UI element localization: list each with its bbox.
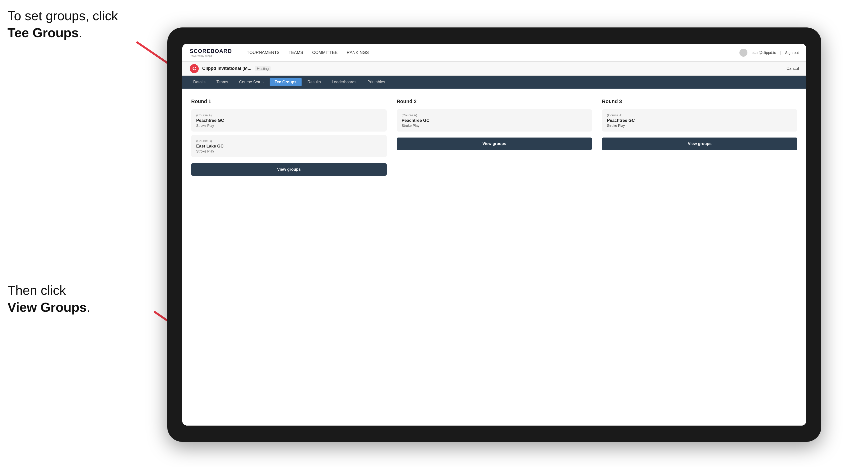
instruction-bottom-bold: View Groups	[7, 300, 87, 314]
round-3-view-groups-button[interactable]: View groups	[602, 137, 797, 150]
nav-rankings[interactable]: RANKINGS	[346, 49, 369, 56]
instruction-bottom-period: .	[87, 300, 90, 314]
round-2-course-a-label: (Course A)	[402, 113, 587, 117]
round-1-view-groups-button[interactable]: View groups	[191, 163, 387, 176]
logo-text: SCOREBOARD	[190, 48, 232, 54]
round-2-course-a: (Course A) Peachtree GC Stroke Play	[397, 109, 592, 131]
tab-printables[interactable]: Printables	[363, 78, 390, 86]
round-3-course-a: (Course A) Peachtree GC Stroke Play	[602, 109, 797, 131]
round-1-course-b-format: Stroke Play	[196, 149, 382, 153]
tab-details[interactable]: Details	[188, 78, 211, 86]
logo-area: SCOREBOARD Powered by clippit	[190, 48, 232, 57]
sub-header: C Clippd Invitational (M... Hosting Canc…	[182, 62, 806, 75]
round-3-course-a-format: Stroke Play	[607, 124, 793, 128]
tab-tee-groups[interactable]: Tee Groups	[270, 78, 302, 86]
instruction-bottom-line1: Then click	[7, 283, 66, 298]
rounds-container: Round 1 (Course A) Peachtree GC Stroke P…	[191, 99, 797, 176]
round-1-title: Round 1	[191, 99, 387, 104]
instruction-top-bold: Tee Groups	[7, 26, 79, 40]
round-1-course-a: (Course A) Peachtree GC Stroke Play	[191, 109, 387, 131]
tablet-screen: SCOREBOARD Powered by clippit TOURNAMENT…	[182, 44, 806, 426]
nav-teams[interactable]: TEAMS	[288, 49, 303, 56]
tab-leaderboards[interactable]: Leaderboards	[327, 78, 362, 86]
tablet: SCOREBOARD Powered by clippit TOURNAMENT…	[167, 27, 821, 442]
user-email: blair@clippd.io	[751, 51, 776, 55]
nav-tournaments[interactable]: TOURNAMENTS	[247, 49, 280, 56]
round-3-title: Round 3	[602, 99, 797, 104]
tab-course-setup[interactable]: Course Setup	[234, 78, 269, 86]
round-1-column: Round 1 (Course A) Peachtree GC Stroke P…	[191, 99, 387, 176]
logo-scoreboard: SCOREBOARD	[190, 48, 232, 54]
round-2-view-groups-button[interactable]: View groups	[397, 137, 592, 150]
sign-out-link[interactable]: Sign out	[785, 51, 799, 55]
round-2-column: Round 2 (Course A) Peachtree GC Stroke P…	[397, 99, 592, 176]
tab-bar: Details Teams Course Setup Tee Groups Re…	[182, 75, 806, 89]
logo-sub: Powered by clippit	[190, 54, 232, 57]
sub-header-left: C Clippd Invitational (M... Hosting	[190, 64, 271, 73]
nav-right: blair@clippd.io | Sign out	[739, 49, 799, 57]
round-3-column: Round 3 (Course A) Peachtree GC Stroke P…	[602, 99, 797, 176]
round-1-course-a-format: Stroke Play	[196, 124, 382, 128]
sub-logo: C	[190, 64, 199, 73]
hosting-badge: Hosting	[255, 66, 271, 71]
tournament-title: Clippd Invitational (M...	[202, 66, 251, 71]
round-2-title: Round 2	[397, 99, 592, 104]
nav-committee[interactable]: COMMITTEE	[312, 49, 338, 56]
tab-results[interactable]: Results	[303, 78, 326, 86]
round-1-course-a-name: Peachtree GC	[196, 118, 382, 123]
nav-links: TOURNAMENTS TEAMS COMMITTEE RANKINGS	[247, 49, 730, 56]
round-1-course-b-label: (Course B)	[196, 139, 382, 143]
round-1-course-a-label: (Course A)	[196, 113, 382, 117]
avatar	[739, 49, 747, 57]
instruction-bottom: Then click View Groups.	[7, 282, 90, 316]
round-3-course-a-label: (Course A)	[607, 113, 793, 117]
round-2-course-a-format: Stroke Play	[402, 124, 587, 128]
round-1-course-b: (Course B) East Lake GC Stroke Play	[191, 135, 387, 157]
main-content: Round 1 (Course A) Peachtree GC Stroke P…	[182, 89, 806, 426]
round-3-course-a-name: Peachtree GC	[607, 118, 793, 123]
round-1-course-b-name: East Lake GC	[196, 144, 382, 149]
round-2-course-a-name: Peachtree GC	[402, 118, 587, 123]
cancel-button[interactable]: Cancel	[786, 66, 799, 71]
instruction-top-line1: To set groups, click	[7, 8, 118, 23]
top-nav: SCOREBOARD Powered by clippit TOURNAMENT…	[182, 44, 806, 62]
instruction-top-period: .	[79, 26, 82, 40]
tab-teams[interactable]: Teams	[212, 78, 233, 86]
